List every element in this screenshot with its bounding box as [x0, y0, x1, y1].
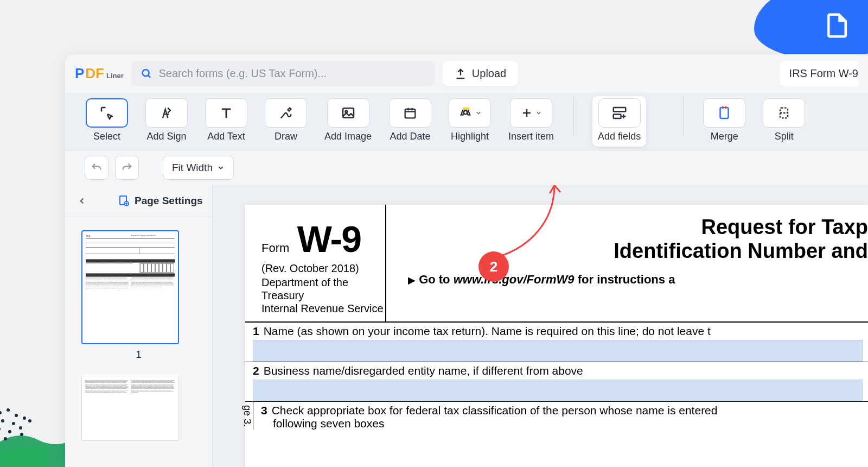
- sign-icon: [159, 105, 174, 121]
- redo-button[interactable]: [115, 156, 139, 180]
- form-label: Form: [261, 241, 289, 255]
- merge-icon: [716, 105, 732, 121]
- svg-point-19: [464, 110, 468, 114]
- svg-point-1: [0, 411, 2, 414]
- calendar-icon: [403, 105, 418, 121]
- row2-label: Business name/disregarded entity name, i…: [264, 364, 583, 377]
- thumbnails-panel[interactable]: W-9Request for Taxpayer Identification L…: [65, 217, 212, 467]
- tool-label: Add Image: [324, 131, 372, 142]
- form-revision: (Rev. October 2018): [261, 262, 385, 275]
- highlight-tool[interactable]: Highlight: [448, 96, 492, 144]
- merge-tool[interactable]: Merge: [702, 96, 746, 144]
- svg-point-2: [7, 408, 10, 412]
- upload-button[interactable]: Upload: [443, 61, 518, 86]
- undo-icon: [91, 162, 103, 174]
- image-icon: [340, 105, 356, 121]
- logo: PDFLiner: [75, 65, 124, 82]
- svg-rect-18: [463, 108, 469, 110]
- row1-label: Name (as shown on your income tax return…: [264, 325, 711, 337]
- pdf-file-icon: [822, 11, 852, 40]
- form-department: Department of the Treasury Internal Reve…: [261, 276, 385, 315]
- svg-point-12: [4, 437, 7, 440]
- split-tool[interactable]: Split: [762, 96, 806, 144]
- highlight-icon: [458, 105, 473, 121]
- chevron-down-icon: [475, 110, 482, 116]
- svg-point-11: [20, 433, 23, 436]
- sidebar: Page Settings W-9Request for Taxpayer Id…: [65, 185, 213, 467]
- svg-point-10: [28, 419, 31, 422]
- search-input[interactable]: [158, 67, 425, 80]
- filename-chip[interactable]: IRS Form W-9: [780, 61, 858, 86]
- form-title: Request for Taxp Identification Number a…: [408, 216, 868, 263]
- business-name-field[interactable]: [253, 380, 863, 401]
- tool-label: Add fields: [598, 131, 641, 142]
- svg-rect-0: [831, 26, 835, 29]
- logo-df: DF: [85, 65, 104, 82]
- text-icon: [219, 105, 234, 121]
- topbar: PDFLiner Upload IRS Form W-9: [65, 54, 868, 93]
- svg-point-3: [15, 414, 18, 417]
- form-row-1: 1Name (as shown on your income tax retur…: [245, 323, 868, 362]
- tool-label: Add Sign: [146, 131, 186, 142]
- w9-header-right: Request for Taxp Identification Number a…: [386, 205, 868, 321]
- svg-point-6: [23, 416, 26, 420]
- tool-label: Add Text: [207, 131, 245, 142]
- svg-point-13: [142, 70, 149, 76]
- split-icon: [776, 105, 792, 121]
- name-field[interactable]: [253, 340, 863, 362]
- svg-point-7: [0, 427, 1, 431]
- page-settings-icon: [117, 194, 130, 207]
- select-tool[interactable]: Select: [85, 96, 129, 144]
- logo-p: P: [75, 65, 84, 82]
- tool-label: Draw: [275, 131, 297, 142]
- redo-icon: [121, 162, 133, 174]
- search-box[interactable]: [131, 61, 435, 86]
- sidebar-collapse-button[interactable]: [74, 193, 90, 209]
- draw-tool[interactable]: Draw: [264, 96, 308, 144]
- tool-label: Split: [775, 131, 794, 142]
- svg-rect-21: [613, 115, 621, 119]
- row3-label: Check appropriate box for federal tax cl…: [272, 404, 718, 416]
- page-settings-button[interactable]: Page Settings: [117, 194, 203, 207]
- form-goto: ▶ Go to www.irs.gov/FormW9 for instructi…: [408, 273, 868, 287]
- insert-item-tool[interactable]: Insert item: [507, 96, 555, 144]
- w9-header: Form W-9 (Rev. October 2018) Department …: [245, 205, 868, 323]
- page-thumbnail-2[interactable]: Form W-9 Rev 10-2018 Page 2 By signing t…: [81, 376, 179, 441]
- zoom-label: Fit Width: [172, 162, 213, 174]
- zoom-select[interactable]: Fit Width: [163, 156, 234, 180]
- svg-line-14: [148, 75, 150, 77]
- add-text-tool[interactable]: Add Text: [204, 96, 248, 144]
- page-settings-label: Page Settings: [135, 195, 203, 207]
- thumbnail-number: 1: [81, 349, 196, 361]
- add-image-tool[interactable]: Add Image: [323, 96, 373, 144]
- fields-icon: [611, 105, 628, 121]
- upload-icon: [455, 68, 467, 80]
- tool-label: Merge: [711, 131, 738, 142]
- svg-point-4: [1, 419, 4, 422]
- main-area: Page Settings W-9Request for Taxpayer Id…: [65, 185, 868, 467]
- sidebar-header: Page Settings: [65, 185, 212, 217]
- w9-header-left: Form W-9 (Rev. October 2018) Department …: [245, 205, 386, 321]
- document-page: Form W-9 (Rev. October 2018) Department …: [245, 205, 868, 467]
- document-canvas[interactable]: Form W-9 (Rev. October 2018) Department …: [213, 185, 868, 467]
- undo-button[interactable]: [85, 156, 108, 180]
- draw-icon: [278, 105, 293, 121]
- toolbar-separator: [573, 96, 574, 136]
- svg-point-5: [12, 422, 15, 425]
- svg-rect-17: [405, 109, 416, 118]
- cursor-icon: [99, 105, 115, 121]
- add-fields-tool[interactable]: Add fields: [592, 96, 646, 147]
- upload-label: Upload: [472, 67, 506, 80]
- tool-label: Select: [93, 131, 120, 142]
- add-sign-tool[interactable]: Add Sign: [144, 96, 189, 144]
- search-icon: [141, 68, 152, 80]
- page-thumbnail-1[interactable]: W-9Request for Taxpayer Identification L…: [81, 230, 179, 344]
- svg-point-9: [19, 426, 22, 430]
- decorative-blob-topright: [754, 0, 868, 60]
- form-code: W-9: [297, 218, 361, 260]
- secondbar: Fit Width: [65, 150, 868, 185]
- logo-liner: Liner: [106, 72, 124, 80]
- chevron-down-icon: [535, 110, 542, 116]
- tool-label: Add Date: [390, 131, 431, 142]
- add-date-tool[interactable]: Add Date: [388, 96, 432, 144]
